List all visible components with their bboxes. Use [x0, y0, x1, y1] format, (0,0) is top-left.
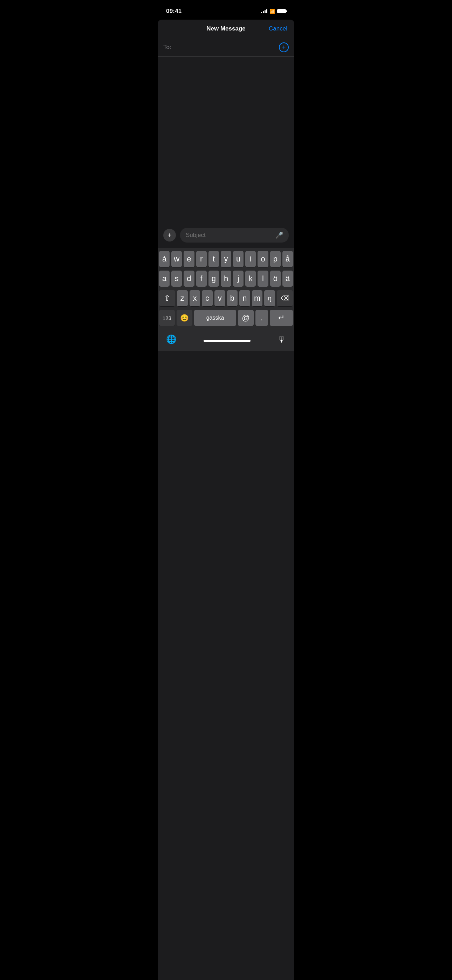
key-g[interactable]: g [208, 270, 219, 287]
keyboard-row-3: ⇧ z x c v b n m ŋ ⌫ [159, 290, 293, 306]
cancel-button[interactable]: Cancel [266, 25, 287, 32]
key-a-ring[interactable]: å [282, 251, 293, 267]
status-bar: 09:41 📶 [158, 0, 294, 18]
compose-header: New Message Cancel [158, 20, 294, 38]
signal-icon [261, 9, 267, 13]
key-x[interactable]: x [189, 290, 201, 306]
key-u[interactable]: u [233, 251, 244, 267]
key-w[interactable]: w [171, 251, 182, 267]
return-key[interactable]: ↵ [270, 310, 293, 326]
bottom-mic-button[interactable]: 🎙 [277, 334, 286, 344]
key-e[interactable]: e [184, 251, 194, 267]
message-body[interactable] [158, 57, 294, 225]
key-r[interactable]: r [196, 251, 207, 267]
compose-toolbar: + 🎤 [158, 225, 294, 245]
subject-mic-icon[interactable]: 🎤 [275, 231, 283, 239]
key-b[interactable]: b [227, 290, 238, 306]
key-a-umlaut[interactable]: ä [282, 270, 293, 287]
keyboard-row-4: 123 😊 gasska @ . ↵ [159, 310, 293, 326]
shift-key[interactable]: ⇧ [159, 290, 175, 306]
subject-input-wrapper: 🎤 [180, 228, 289, 243]
space-key[interactable]: gasska [194, 310, 236, 326]
globe-key[interactable]: 🌐 [166, 334, 177, 344]
key-z[interactable]: z [177, 290, 188, 306]
key-l[interactable]: l [258, 270, 268, 287]
key-h[interactable]: h [221, 270, 231, 287]
keyboard: á w e r t y u i o p å a s d f g h j k l … [158, 248, 294, 331]
key-c[interactable]: c [202, 290, 213, 306]
key-o[interactable]: o [258, 251, 268, 267]
to-input[interactable] [174, 44, 279, 51]
key-a-accent[interactable]: á [159, 251, 170, 267]
key-s[interactable]: s [171, 270, 182, 287]
key-eng[interactable]: ŋ [264, 290, 275, 306]
key-a[interactable]: a [159, 270, 170, 287]
compose-sheet: New Message Cancel To: + + 🎤 á w e r t y [158, 20, 294, 980]
battery-icon [277, 9, 286, 13]
subject-input[interactable] [186, 232, 275, 239]
key-t[interactable]: t [208, 251, 219, 267]
emoji-key[interactable]: 😊 [177, 310, 193, 326]
key-m[interactable]: m [252, 290, 263, 306]
keyboard-row-2: a s d f g h j k l ö ä [159, 270, 293, 287]
key-f[interactable]: f [196, 270, 207, 287]
to-label: To: [163, 44, 171, 51]
keyboard-bottom-bar: 🌐 🎙 [158, 331, 294, 351]
key-n[interactable]: n [239, 290, 250, 306]
keyboard-row-1: á w e r t y u i o p å [159, 251, 293, 267]
key-o-umlaut[interactable]: ö [270, 270, 281, 287]
compose-title: New Message [186, 25, 266, 32]
key-y[interactable]: y [221, 251, 231, 267]
key-i[interactable]: i [245, 251, 256, 267]
add-contact-button[interactable]: + [279, 42, 289, 52]
numbers-key[interactable]: 123 [159, 310, 175, 326]
attachment-plus-button[interactable]: + [163, 229, 176, 242]
home-indicator [204, 340, 250, 342]
key-p[interactable]: p [270, 251, 281, 267]
key-v[interactable]: v [215, 290, 225, 306]
delete-key[interactable]: ⌫ [277, 290, 293, 306]
to-field-row: To: + [158, 38, 294, 57]
key-k[interactable]: k [245, 270, 256, 287]
status-icons: 📶 [261, 9, 286, 14]
status-time: 09:41 [166, 8, 181, 15]
at-key[interactable]: @ [238, 310, 254, 326]
key-d[interactable]: d [184, 270, 194, 287]
period-key[interactable]: . [255, 310, 268, 326]
key-j[interactable]: j [233, 270, 244, 287]
wifi-icon: 📶 [269, 9, 275, 14]
